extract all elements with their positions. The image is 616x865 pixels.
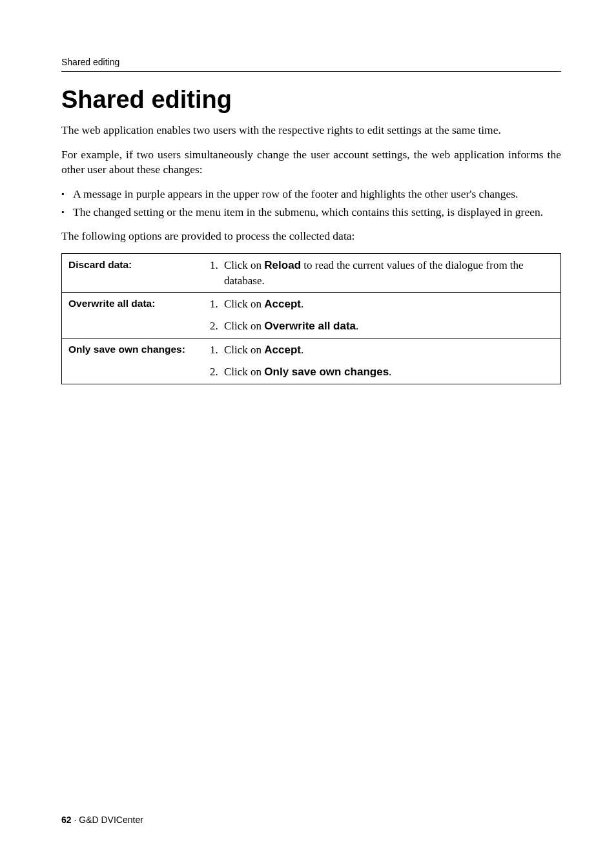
step-item: Click on Accept. [210,297,554,312]
running-header: Shared editing [61,57,561,72]
row-label: Discard data: [62,253,204,293]
table-row: Overwrite all data: Click on Accept. Cli… [62,293,561,339]
change-notifications-list: A message in purple appears in the upper… [61,187,561,220]
intro-paragraph-1: The web application enables two users wi… [61,123,561,138]
list-item: A message in purple appears in the upper… [61,187,561,202]
table-row: Only save own changes: Click on Accept. … [62,338,561,384]
step-item: Click on Accept. [210,342,554,358]
page-title: Shared editing [61,86,561,114]
footer-separator: · [72,815,79,825]
table-row: Discard data: Click on Reload to read th… [62,253,561,293]
step-item: Click on Overwrite all data. [210,318,554,334]
intro-paragraph-2: For example, if two users simultaneously… [61,147,561,178]
row-value: Click on Accept. Click on Overwrite all … [203,293,561,339]
options-intro: The following options are provided to pr… [61,229,561,244]
options-table: Discard data: Click on Reload to read th… [61,253,561,384]
page-number: 62 [61,815,72,825]
step-item: Click on Reload to read the current valu… [210,258,554,289]
row-value: Click on Accept. Click on Only save own … [203,338,561,384]
row-value: Click on Reload to read the current valu… [203,253,561,293]
row-label: Only save own changes: [62,338,204,384]
footer-product: G&D DVICenter [79,815,143,825]
step-item: Click on Only save own changes. [210,364,554,380]
list-item: The changed setting or the menu item in … [61,205,561,220]
row-label: Overwrite all data: [62,293,204,339]
page-footer: 62 · G&D DVICenter [61,815,143,825]
